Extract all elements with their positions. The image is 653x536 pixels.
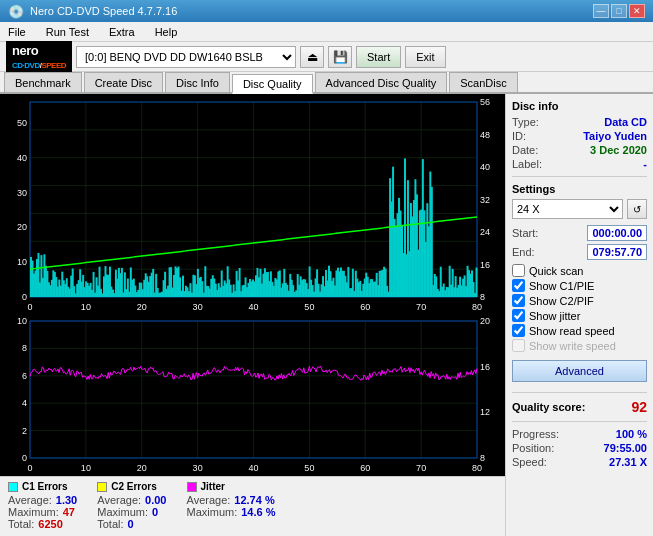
divider-2	[512, 392, 647, 393]
start-button[interactable]: Start	[356, 46, 401, 68]
quick-scan-row: Quick scan	[512, 264, 647, 277]
tab-disc-quality[interactable]: Disc Quality	[232, 74, 313, 94]
advanced-button[interactable]: Advanced	[512, 360, 647, 382]
c2-avg-value: 0.00	[145, 494, 166, 506]
minimize-button[interactable]: —	[593, 4, 609, 18]
exit-button[interactable]: Exit	[405, 46, 445, 68]
menu-run-test[interactable]: Run Test	[42, 24, 93, 40]
menu-file[interactable]: File	[4, 24, 30, 40]
tabs-bar: Benchmark Create Disc Disc Info Disc Qua…	[0, 72, 653, 94]
show-jitter-label: Show jitter	[529, 310, 580, 322]
show-write-speed-checkbox	[512, 339, 525, 352]
position-label: Position:	[512, 442, 554, 454]
c2-max-label: Maximum:	[97, 506, 148, 518]
jitter-max-label: Maximum:	[187, 506, 238, 518]
toolbar: nero CD·DVD/SPEED [0:0] BENQ DVD DD DW16…	[0, 42, 653, 72]
tab-scan-disc[interactable]: ScanDisc	[449, 72, 517, 92]
speed-row: 24 X ↺	[512, 199, 647, 219]
quick-scan-label: Quick scan	[529, 265, 583, 277]
show-c2-checkbox[interactable]	[512, 294, 525, 307]
jitter-avg-value: 12.74 %	[234, 494, 274, 506]
c1-color-box	[8, 482, 18, 492]
disc-type-value: Data CD	[604, 116, 647, 128]
disc-date-label: Date:	[512, 144, 538, 156]
close-button[interactable]: ✕	[629, 4, 645, 18]
quality-score-value: 92	[631, 399, 647, 415]
start-value: 000:00.00	[587, 225, 647, 241]
jitter-color-box	[187, 482, 197, 492]
divider-1	[512, 176, 647, 177]
show-jitter-checkbox[interactable]	[512, 309, 525, 322]
menu-bar: File Run Test Extra Help	[0, 22, 653, 42]
show-write-speed-row: Show write speed	[512, 339, 647, 352]
legend-jitter: Jitter Average: 12.74 % Maximum: 14.6 %	[187, 481, 276, 518]
tab-benchmark[interactable]: Benchmark	[4, 72, 82, 92]
disc-date-row: Date: 3 Dec 2020	[512, 144, 647, 156]
charts-area	[0, 94, 505, 476]
speed-value: 27.31 X	[609, 456, 647, 468]
menu-extra[interactable]: Extra	[105, 24, 139, 40]
maximize-button[interactable]: □	[611, 4, 627, 18]
show-c2-label: Show C2/PIF	[529, 295, 594, 307]
quality-score-row: Quality score: 92	[512, 399, 647, 415]
c1-max-value: 47	[63, 506, 75, 518]
speed-label: Speed:	[512, 456, 547, 468]
disc-label-label: Label:	[512, 158, 542, 170]
show-read-speed-checkbox[interactable]	[512, 324, 525, 337]
bottom-chart	[0, 315, 505, 476]
save-button[interactable]: 💾	[328, 46, 352, 68]
title-bar: 💿 Nero CD-DVD Speed 4.7.7.16 — □ ✕	[0, 0, 653, 22]
speed-selector[interactable]: 24 X	[512, 199, 623, 219]
start-label: Start:	[512, 227, 544, 239]
position-value: 79:55.00	[604, 442, 647, 454]
progress-row: Progress: 100 %	[512, 428, 647, 440]
show-read-speed-label: Show read speed	[529, 325, 615, 337]
c1-total-label: Total:	[8, 518, 34, 530]
speed-row-prog: Speed: 27.31 X	[512, 456, 647, 468]
legend: C1 Errors Average: 1.30 Maximum: 47 Tota…	[0, 476, 505, 536]
legend-c2: C2 Errors Average: 0.00 Maximum: 0 Total…	[97, 481, 166, 530]
app-title: Nero CD-DVD Speed 4.7.7.16	[30, 5, 177, 17]
show-c1-checkbox[interactable]	[512, 279, 525, 292]
position-row: Position: 79:55.00	[512, 442, 647, 454]
show-c1-row: Show C1/PIE	[512, 279, 647, 292]
settings-title: Settings	[512, 183, 647, 195]
quality-score-label: Quality score:	[512, 401, 585, 413]
end-value: 079:57.70	[587, 244, 647, 260]
show-write-speed-label: Show write speed	[529, 340, 616, 352]
disc-label-row: Label: -	[512, 158, 647, 170]
disc-info-title: Disc info	[512, 100, 647, 112]
c2-avg-label: Average:	[97, 494, 141, 506]
show-c2-row: Show C2/PIF	[512, 294, 647, 307]
jitter-avg-label: Average:	[187, 494, 231, 506]
progress-label: Progress:	[512, 428, 559, 440]
title-bar-left: 💿 Nero CD-DVD Speed 4.7.7.16	[8, 4, 177, 19]
c2-label: C2 Errors	[111, 481, 157, 492]
show-c1-label: Show C1/PIE	[529, 280, 594, 292]
show-jitter-row: Show jitter	[512, 309, 647, 322]
menu-help[interactable]: Help	[151, 24, 182, 40]
start-time-row: Start: 000:00.00	[512, 225, 647, 241]
tab-disc-info[interactable]: Disc Info	[165, 72, 230, 92]
progress-section: Progress: 100 % Position: 79:55.00 Speed…	[512, 428, 647, 468]
c2-total-value: 0	[128, 518, 134, 530]
disc-date-value: 3 Dec 2020	[590, 144, 647, 156]
quick-scan-checkbox[interactable]	[512, 264, 525, 277]
jitter-label: Jitter	[201, 481, 225, 492]
end-label: End:	[512, 246, 544, 258]
disc-type-label: Type:	[512, 116, 539, 128]
c1-avg-label: Average:	[8, 494, 52, 506]
disc-id-row: ID: Taiyo Yuden	[512, 130, 647, 142]
right-panel: Disc info Type: Data CD ID: Taiyo Yuden …	[505, 94, 653, 536]
c1-max-label: Maximum:	[8, 506, 59, 518]
progress-value: 100 %	[616, 428, 647, 440]
tab-create-disc[interactable]: Create Disc	[84, 72, 163, 92]
show-read-speed-row: Show read speed	[512, 324, 647, 337]
eject-button[interactable]: ⏏	[300, 46, 324, 68]
tab-advanced-disc-quality[interactable]: Advanced Disc Quality	[315, 72, 448, 92]
drive-selector[interactable]: [0:0] BENQ DVD DD DW1640 BSLB	[76, 46, 296, 68]
disc-type-row: Type: Data CD	[512, 116, 647, 128]
refresh-button[interactable]: ↺	[627, 199, 647, 219]
c1-label: C1 Errors	[22, 481, 68, 492]
c2-color-box	[97, 482, 107, 492]
